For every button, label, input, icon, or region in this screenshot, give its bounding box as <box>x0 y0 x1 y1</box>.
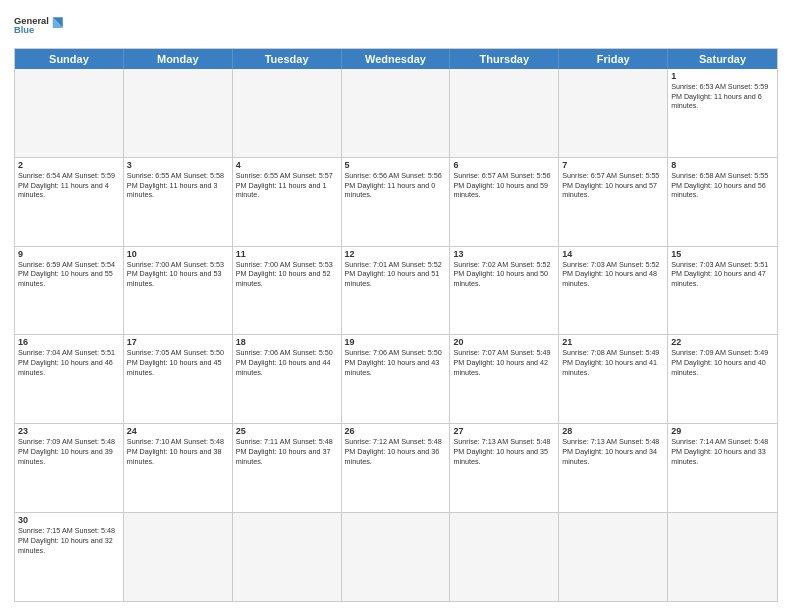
day-number: 11 <box>236 249 338 259</box>
calendar-cell <box>342 69 451 157</box>
calendar-body: 1Sunrise: 6:53 AM Sunset: 5:59 PM Daylig… <box>15 69 777 601</box>
day-number: 24 <box>127 426 229 436</box>
header-thursday: Thursday <box>450 49 559 69</box>
day-number: 8 <box>671 160 774 170</box>
day-number: 29 <box>671 426 774 436</box>
day-info: Sunrise: 7:05 AM Sunset: 5:50 PM Dayligh… <box>127 348 229 377</box>
calendar-cell: 12Sunrise: 7:01 AM Sunset: 5:52 PM Dayli… <box>342 247 451 335</box>
day-info: Sunrise: 7:13 AM Sunset: 5:48 PM Dayligh… <box>562 437 664 466</box>
calendar-week-1: 1Sunrise: 6:53 AM Sunset: 5:59 PM Daylig… <box>15 69 777 158</box>
day-number: 17 <box>127 337 229 347</box>
day-number: 1 <box>671 71 774 81</box>
day-info: Sunrise: 7:09 AM Sunset: 5:48 PM Dayligh… <box>18 437 120 466</box>
calendar-cell <box>559 513 668 601</box>
calendar-cell: 26Sunrise: 7:12 AM Sunset: 5:48 PM Dayli… <box>342 424 451 512</box>
calendar-cell: 1Sunrise: 6:53 AM Sunset: 5:59 PM Daylig… <box>668 69 777 157</box>
calendar-cell: 23Sunrise: 7:09 AM Sunset: 5:48 PM Dayli… <box>15 424 124 512</box>
day-info: Sunrise: 7:12 AM Sunset: 5:48 PM Dayligh… <box>345 437 447 466</box>
day-number: 5 <box>345 160 447 170</box>
calendar-week-4: 16Sunrise: 7:04 AM Sunset: 5:51 PM Dayli… <box>15 335 777 424</box>
calendar-cell <box>15 69 124 157</box>
day-number: 19 <box>345 337 447 347</box>
day-info: Sunrise: 7:15 AM Sunset: 5:48 PM Dayligh… <box>18 526 120 555</box>
calendar-week-3: 9Sunrise: 6:59 AM Sunset: 5:54 PM Daylig… <box>15 247 777 336</box>
calendar-cell: 11Sunrise: 7:00 AM Sunset: 5:53 PM Dayli… <box>233 247 342 335</box>
day-info: Sunrise: 6:55 AM Sunset: 5:57 PM Dayligh… <box>236 171 338 200</box>
day-info: Sunrise: 7:08 AM Sunset: 5:49 PM Dayligh… <box>562 348 664 377</box>
calendar-cell: 8Sunrise: 6:58 AM Sunset: 5:55 PM Daylig… <box>668 158 777 246</box>
header-saturday: Saturday <box>668 49 777 69</box>
calendar-cell: 10Sunrise: 7:00 AM Sunset: 5:53 PM Dayli… <box>124 247 233 335</box>
calendar-cell <box>233 69 342 157</box>
day-info: Sunrise: 7:03 AM Sunset: 5:52 PM Dayligh… <box>562 260 664 289</box>
day-number: 21 <box>562 337 664 347</box>
day-info: Sunrise: 6:57 AM Sunset: 5:55 PM Dayligh… <box>562 171 664 200</box>
calendar-cell: 13Sunrise: 7:02 AM Sunset: 5:52 PM Dayli… <box>450 247 559 335</box>
day-number: 26 <box>345 426 447 436</box>
day-info: Sunrise: 6:54 AM Sunset: 5:59 PM Dayligh… <box>18 171 120 200</box>
logo-svg: General Blue <box>14 12 64 40</box>
day-number: 12 <box>345 249 447 259</box>
day-info: Sunrise: 7:00 AM Sunset: 5:53 PM Dayligh… <box>236 260 338 289</box>
calendar-cell <box>124 513 233 601</box>
page: General Blue Sunday Monday Tuesday Wedne… <box>0 0 792 612</box>
calendar-cell: 5Sunrise: 6:56 AM Sunset: 5:56 PM Daylig… <box>342 158 451 246</box>
calendar-week-2: 2Sunrise: 6:54 AM Sunset: 5:59 PM Daylig… <box>15 158 777 247</box>
day-number: 15 <box>671 249 774 259</box>
calendar-week-6: 30Sunrise: 7:15 AM Sunset: 5:48 PM Dayli… <box>15 513 777 601</box>
day-info: Sunrise: 6:56 AM Sunset: 5:56 PM Dayligh… <box>345 171 447 200</box>
day-number: 22 <box>671 337 774 347</box>
day-number: 14 <box>562 249 664 259</box>
calendar-cell <box>124 69 233 157</box>
day-number: 3 <box>127 160 229 170</box>
day-number: 30 <box>18 515 120 525</box>
calendar-cell: 17Sunrise: 7:05 AM Sunset: 5:50 PM Dayli… <box>124 335 233 423</box>
day-info: Sunrise: 7:03 AM Sunset: 5:51 PM Dayligh… <box>671 260 774 289</box>
day-info: Sunrise: 6:55 AM Sunset: 5:58 PM Dayligh… <box>127 171 229 200</box>
day-info: Sunrise: 6:57 AM Sunset: 5:56 PM Dayligh… <box>453 171 555 200</box>
day-number: 4 <box>236 160 338 170</box>
day-info: Sunrise: 7:10 AM Sunset: 5:48 PM Dayligh… <box>127 437 229 466</box>
calendar-cell: 29Sunrise: 7:14 AM Sunset: 5:48 PM Dayli… <box>668 424 777 512</box>
day-info: Sunrise: 6:59 AM Sunset: 5:54 PM Dayligh… <box>18 260 120 289</box>
calendar-cell: 15Sunrise: 7:03 AM Sunset: 5:51 PM Dayli… <box>668 247 777 335</box>
day-info: Sunrise: 7:07 AM Sunset: 5:49 PM Dayligh… <box>453 348 555 377</box>
day-info: Sunrise: 7:02 AM Sunset: 5:52 PM Dayligh… <box>453 260 555 289</box>
day-info: Sunrise: 7:04 AM Sunset: 5:51 PM Dayligh… <box>18 348 120 377</box>
header-sunday: Sunday <box>15 49 124 69</box>
day-info: Sunrise: 7:01 AM Sunset: 5:52 PM Dayligh… <box>345 260 447 289</box>
calendar-cell: 22Sunrise: 7:09 AM Sunset: 5:49 PM Dayli… <box>668 335 777 423</box>
calendar-cell <box>559 69 668 157</box>
day-number: 2 <box>18 160 120 170</box>
day-number: 7 <box>562 160 664 170</box>
logo: General Blue <box>14 10 64 40</box>
calendar-cell <box>342 513 451 601</box>
day-info: Sunrise: 6:53 AM Sunset: 5:59 PM Dayligh… <box>671 82 774 111</box>
day-info: Sunrise: 7:13 AM Sunset: 5:48 PM Dayligh… <box>453 437 555 466</box>
header-friday: Friday <box>559 49 668 69</box>
calendar-cell: 20Sunrise: 7:07 AM Sunset: 5:49 PM Dayli… <box>450 335 559 423</box>
svg-text:Blue: Blue <box>14 25 34 35</box>
calendar-cell: 3Sunrise: 6:55 AM Sunset: 5:58 PM Daylig… <box>124 158 233 246</box>
calendar-cell: 19Sunrise: 7:06 AM Sunset: 5:50 PM Dayli… <box>342 335 451 423</box>
day-number: 28 <box>562 426 664 436</box>
calendar-cell <box>450 69 559 157</box>
day-info: Sunrise: 6:58 AM Sunset: 5:55 PM Dayligh… <box>671 171 774 200</box>
header-tuesday: Tuesday <box>233 49 342 69</box>
day-number: 18 <box>236 337 338 347</box>
day-number: 20 <box>453 337 555 347</box>
day-info: Sunrise: 7:09 AM Sunset: 5:49 PM Dayligh… <box>671 348 774 377</box>
day-info: Sunrise: 7:06 AM Sunset: 5:50 PM Dayligh… <box>236 348 338 377</box>
day-number: 23 <box>18 426 120 436</box>
day-number: 6 <box>453 160 555 170</box>
calendar-week-5: 23Sunrise: 7:09 AM Sunset: 5:48 PM Dayli… <box>15 424 777 513</box>
calendar-cell: 7Sunrise: 6:57 AM Sunset: 5:55 PM Daylig… <box>559 158 668 246</box>
calendar-cell: 30Sunrise: 7:15 AM Sunset: 5:48 PM Dayli… <box>15 513 124 601</box>
calendar-cell <box>668 513 777 601</box>
header: General Blue <box>14 10 778 40</box>
day-number: 9 <box>18 249 120 259</box>
day-number: 27 <box>453 426 555 436</box>
calendar-cell: 2Sunrise: 6:54 AM Sunset: 5:59 PM Daylig… <box>15 158 124 246</box>
calendar-cell: 21Sunrise: 7:08 AM Sunset: 5:49 PM Dayli… <box>559 335 668 423</box>
calendar-cell <box>233 513 342 601</box>
